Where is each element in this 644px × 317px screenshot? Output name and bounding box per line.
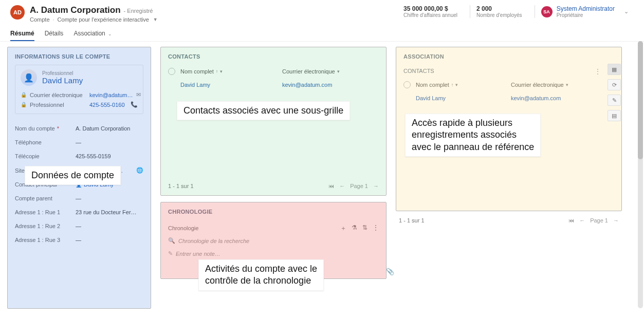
pager-prev-icon[interactable]: ← [339, 183, 345, 189]
grid-pager: 1 - 1 sur 1 ⏮ ← Page 1 → [168, 177, 379, 189]
select-all-radio[interactable] [168, 68, 175, 75]
cell-name[interactable]: David Lamy [416, 95, 506, 101]
column-fullname[interactable]: Nom complet ↑▾ [416, 82, 506, 88]
section-title: ASSOCIATION [403, 53, 601, 60]
pager-first-icon[interactable]: ⏮ [328, 183, 334, 189]
chevron-down-icon: ▾ [455, 82, 458, 87]
section-title: INFORMATIONS SUR LE COMPTE [15, 53, 143, 60]
mail-icon[interactable]: ✉ [136, 91, 141, 98]
field-fax[interactable]: Télécopie 425-555-0159 [15, 149, 143, 163]
separator: · [53, 16, 54, 23]
title-block: A. Datum Corporation - Enregistré Compte… [30, 5, 397, 23]
metric-label: Nombre d'employés [476, 12, 522, 18]
email-label: Courrier électronique [30, 92, 86, 98]
select-all-radio[interactable] [403, 81, 411, 88]
timeline-note-input[interactable]: ✎ Entrer une note… [168, 247, 379, 260]
add-icon[interactable]: ＋ [340, 224, 346, 233]
field-address1-line3[interactable]: Adresse 1 : Rue 3 — [15, 233, 143, 247]
column-email[interactable]: Courrier électronique ▾ [282, 68, 379, 74]
timeline-search[interactable]: 🔍 Chronologie de la recherche [168, 234, 379, 247]
column-account-info: INFORMATIONS SUR LE COMPTE 👤 Professionn… [7, 47, 151, 315]
field-phone[interactable]: Téléphone — [15, 135, 143, 149]
main-area: INFORMATIONS SUR LE COMPTE 👤 Professionn… [0, 42, 644, 317]
ref-tab-contacts-icon[interactable]: ▦ [608, 64, 621, 75]
chevron-down-icon: ▾ [337, 69, 340, 74]
reference-panel-tabs: ▦ ⟳ ✎ ▤ [606, 64, 622, 121]
metric-value: 2 000 [476, 5, 522, 12]
pager-next-icon[interactable]: → [373, 183, 379, 189]
lock-icon: 🔒 [21, 92, 27, 98]
filter-icon[interactable]: ⚗ [352, 224, 357, 233]
panel-contacts-subgrid: CONTACTS Nom complet ↑▾ Courrier électro… [160, 47, 387, 196]
ref-tab-edit-icon[interactable]: ✎ [608, 95, 621, 106]
column-email[interactable]: Courrier électronique ▾ [511, 82, 601, 88]
page-header: AD A. Datum Corporation - Enregistré Com… [0, 0, 644, 25]
lock-icon: 🔒 [21, 102, 27, 107]
grid-row[interactable]: David Lamy kevin@adatum.com [168, 78, 379, 91]
ref-tab-app-icon[interactable]: ▤ [608, 110, 621, 121]
chevron-down-icon: ▾ [220, 69, 223, 74]
owner-block[interactable]: SA System Administrator Propriétaire ⌄ [535, 5, 629, 18]
search-icon: 🔍 [168, 237, 175, 244]
metric-employees[interactable]: 2 000 Nombre d'employés [470, 5, 522, 18]
save-state: - Enregistré [124, 8, 153, 14]
more-icon[interactable]: ⋮ [373, 224, 379, 233]
primary-contact-card[interactable]: 👤 Professionnel David Lamy 🔒 Courrier él… [15, 65, 143, 114]
scrollbar-thumb[interactable] [638, 41, 643, 159]
ref-tab-refresh-icon[interactable]: ⟳ [608, 79, 621, 90]
phone-icon[interactable]: 📞 [131, 101, 138, 108]
more-icon[interactable]: ⋮ [595, 68, 601, 75]
cell-name[interactable]: David Lamy [180, 82, 277, 88]
edit-icon: ✎ [168, 250, 173, 257]
header-metrics: 35 000 000,00 $ Chiffre d'affaires annue… [397, 5, 629, 18]
callout-reference-panel: Accès rapide à plusieurs enregistrements… [405, 114, 541, 157]
tab-association[interactable]: Association ⌄ [73, 27, 112, 41]
sort-asc-icon: ↑ [451, 82, 454, 87]
sort-icon[interactable]: ⇅ [362, 224, 367, 233]
owner-role: Propriétaire [557, 12, 615, 18]
contact-role: Professionnel [42, 70, 83, 76]
metric-revenue[interactable]: 35 000 000,00 $ Chiffre d'affaires annue… [397, 5, 457, 18]
field-parent-account[interactable]: Compte parent — [15, 191, 143, 205]
sort-asc-icon: ↑ [216, 69, 218, 74]
cell-email[interactable]: kevin@adatum.com [511, 95, 601, 101]
phone-value[interactable]: 425-555-0160 [89, 102, 127, 108]
metric-label: Chiffre d'affaires annuel [403, 12, 457, 18]
person-icon: 👤 [21, 69, 37, 86]
contact-name[interactable]: David Lamy [42, 76, 83, 85]
grid-header: Nom complet ↑▾ Courrier électronique ▾ [168, 65, 379, 78]
chevron-down-icon[interactable]: ⌄ [624, 8, 629, 15]
vertical-scrollbar[interactable] [638, 41, 643, 308]
chevron-down-icon[interactable]: ▼ [153, 17, 158, 22]
phone-label: Professionnel [30, 102, 86, 108]
field-address1-line1[interactable]: Adresse 1 : Rue 1 23 rue du Docteur Fer… [15, 205, 143, 219]
globe-icon[interactable]: 🌐 [136, 167, 143, 174]
field-address1-line2[interactable]: Adresse 1 : Rue 2 — [15, 219, 143, 233]
pager-next-icon[interactable]: → [613, 217, 619, 223]
metric-value: 35 000 000,00 $ [403, 5, 457, 12]
chevron-down-icon: ▾ [566, 82, 568, 87]
attachment-icon[interactable]: 📎 [386, 268, 394, 275]
callout-account-data: Données de compte [25, 166, 121, 185]
grid-pager: 1 - 1 sur 1 ⏮ ← Page 1 → [396, 217, 622, 223]
field-account-name[interactable]: Nom du compte* A. Datum Corporation [15, 121, 143, 135]
grid-header: Nom complet ↑▾ Courrier électronique ▾ [403, 78, 601, 91]
section-title: CHRONOLOGIE [168, 209, 212, 215]
pager-first-icon[interactable]: ⏮ [568, 217, 574, 223]
pager-count: 1 - 1 sur 1 [168, 183, 194, 189]
pager-prev-icon[interactable]: ← [579, 217, 585, 223]
section-title: CONTACTS [168, 53, 379, 60]
callout-subgrid: Contacts associés avec une sous-grille [177, 101, 350, 120]
grid-row[interactable]: David Lamy kevin@adatum.com [403, 91, 601, 105]
column-fullname[interactable]: Nom complet ↑▾ [180, 68, 277, 74]
pager-count: 1 - 1 sur 1 [399, 217, 425, 223]
pager-page: Page 1 [590, 217, 608, 223]
tab-details[interactable]: Détails [45, 27, 64, 41]
cell-email[interactable]: kevin@adatum.com [282, 82, 379, 88]
email-value[interactable]: kevin@adatum… [89, 92, 133, 98]
column-association: ASSOCIATION CONTACTS ⋮ Nom complet ↑▾ Co… [396, 47, 622, 315]
form-name[interactable]: Compte pour l'expérience interactive [58, 16, 149, 23]
account-avatar: AD [10, 5, 25, 20]
assoc-sub: CONTACTS [403, 68, 434, 74]
tab-resume[interactable]: Résumé [10, 27, 34, 41]
